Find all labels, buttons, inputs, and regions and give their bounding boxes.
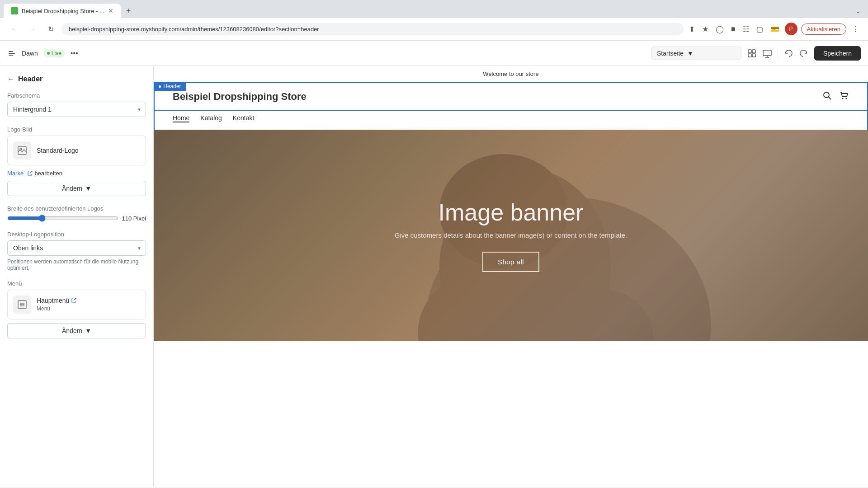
bookmark-icon[interactable]: ★ <box>700 23 710 35</box>
slider-container: 110 Pixel <box>7 215 146 222</box>
bearbeiten-label: bearbeiten <box>35 170 62 177</box>
share-icon[interactable]: ⬆ <box>687 23 697 35</box>
screenshot-icon[interactable]: ▢ <box>755 23 765 35</box>
announcement-bar: Welcome to our store <box>154 66 868 82</box>
page-select[interactable]: Startseite ▼ <box>651 47 741 60</box>
svg-rect-1 <box>9 51 13 52</box>
logo-width-value: 110 Pixel <box>122 215 146 222</box>
preview-inner[interactable]: Welcome to our store ● Header Beispiel D… <box>154 66 868 487</box>
address-input[interactable] <box>61 23 684 35</box>
wallet-icon[interactable]: 💳 <box>769 23 781 35</box>
logo-icon <box>13 141 31 160</box>
shopify-editor: Dawn Live ••• Startseite ▼ <box>0 41 868 487</box>
forward-nav-btn[interactable]: → <box>25 22 40 36</box>
profile-btn[interactable]: P <box>785 23 797 35</box>
back-icon-btn[interactable] <box>7 49 16 58</box>
grid-view-icon[interactable] <box>747 48 757 58</box>
sidebar-back-btn[interactable]: ← <box>7 75 14 83</box>
redo-btn[interactable] <box>799 48 809 58</box>
more-options-btn[interactable]: ••• <box>71 49 78 57</box>
menu-aendern-label: Ändern <box>62 327 82 334</box>
page-select-value: Startseite <box>657 50 684 57</box>
menu-nav-icon <box>17 300 27 310</box>
tab-close-btn[interactable]: ✕ <box>108 7 113 14</box>
opera-icon[interactable]: ◯ <box>714 23 726 35</box>
tab-favicon <box>11 7 18 14</box>
undo-icon <box>783 48 793 58</box>
svg-rect-5 <box>748 54 751 57</box>
svg-line-17 <box>829 97 831 99</box>
toolbar-right: Speichern <box>747 46 861 61</box>
back-nav-btn[interactable]: ← <box>7 22 22 36</box>
brand-link[interactable]: Marke <box>7 170 33 177</box>
live-badge: Live <box>43 49 65 57</box>
logo-position-select[interactable]: Oben links <box>7 240 146 256</box>
tab-bar: Beispiel Dropshipping Store - ... ✕ + ⌄ <box>0 0 868 18</box>
desktop-view-icon[interactable] <box>762 48 772 58</box>
header-section: ● Header Beispiel Dropshipping Store <box>154 82 868 130</box>
sidebar-header: ← Header <box>7 75 146 83</box>
active-tab[interactable]: Beispiel Dropshipping Store - ... ✕ <box>4 4 121 18</box>
menu-label: Menü <box>7 280 146 287</box>
svg-rect-7 <box>763 50 771 56</box>
banner-title: Image banner <box>395 199 627 226</box>
header-icon: ● <box>158 83 161 89</box>
extension-icon[interactable]: ■ <box>729 23 737 35</box>
nav-item-katalog[interactable]: Katalog <box>200 114 222 122</box>
cart-header-btn[interactable] <box>839 90 849 103</box>
address-bar: ← → ↻ ⬆ ★ ◯ ■ ☷ ▢ 💳 P Aktualisieren ⋮ <box>0 18 868 40</box>
nav-item-kontakt[interactable]: Kontakt <box>233 114 254 122</box>
menu-chevron-icon: ▼ <box>85 327 91 334</box>
preview-frame: Welcome to our store ● Header Beispiel D… <box>154 66 868 487</box>
nav-item-home[interactable]: Home <box>173 114 189 122</box>
menu-info: Hauptmenü Menü <box>37 297 76 312</box>
header-label-text: Header <box>163 83 181 89</box>
color-scheme-select[interactable]: Hintergrund 1 <box>7 102 146 117</box>
update-btn[interactable]: Aktualisieren <box>801 23 846 35</box>
browser-actions: ⬆ ★ ◯ ■ ☷ ▢ 💳 P Aktualisieren ⋮ <box>687 23 861 35</box>
apps-icon[interactable]: ☷ <box>741 23 751 35</box>
logo-bild-label: Logo-Bild <box>7 126 146 133</box>
color-scheme-label: Farbschema <box>7 92 146 99</box>
toolbar: Dawn Live ••• Startseite ▼ <box>0 41 868 66</box>
menu-icon <box>13 296 31 314</box>
main-area: ← Header Farbschema Hintergrund 1 Logo-B… <box>0 66 868 487</box>
color-scheme-group: Farbschema Hintergrund 1 <box>7 92 146 117</box>
live-label: Live <box>52 50 61 56</box>
banner-subtitle: Give customers details about the banner … <box>395 231 627 239</box>
logo-width-slider[interactable] <box>7 215 118 222</box>
new-tab-btn[interactable]: + <box>123 5 135 18</box>
svg-point-18 <box>842 98 844 99</box>
search-icon <box>822 90 832 100</box>
reload-btn[interactable]: ↻ <box>43 22 58 36</box>
store-header: Beispiel Dropshipping Store <box>154 82 868 111</box>
logo-bild-group: Logo-Bild Standard-Logo Marke <box>7 126 146 196</box>
menu-name-label: Hauptmenü <box>37 297 69 304</box>
brand-link-text: Marke <box>7 170 24 177</box>
save-btn[interactable]: Speichern <box>814 46 861 61</box>
menu-name-row: Hauptmenü <box>37 297 76 304</box>
logo-standard-label: Standard-Logo <box>37 147 79 154</box>
chevron-down-icon: ▼ <box>85 185 91 192</box>
menu-dots-icon[interactable]: ⋮ <box>850 23 861 35</box>
tab-overflow-btn[interactable]: ⌄ <box>852 5 864 16</box>
logo-aendern-btn[interactable]: Ändern ▼ <box>7 181 146 196</box>
svg-rect-6 <box>752 54 755 57</box>
store-header-actions <box>822 90 849 103</box>
logo-width-group: Breite des benutzerdefinierten Logos 110… <box>7 205 146 222</box>
search-header-btn[interactable] <box>822 90 832 103</box>
banner-section: Image banner Give customers details abou… <box>154 130 868 341</box>
undo-btn[interactable] <box>783 48 793 58</box>
shop-all-btn[interactable]: Shop all <box>482 252 539 272</box>
svg-point-16 <box>824 92 829 98</box>
sidebar-title: Header <box>18 75 42 83</box>
brand-link-row: Marke bearbeiten <box>7 169 146 177</box>
live-dot <box>47 52 50 55</box>
logo-position-label: Desktop-Logoposition <box>7 231 146 238</box>
menu-type-label: Menü <box>37 305 50 312</box>
toolbar-left: Dawn Live ••• <box>7 49 646 58</box>
page-select-chevron: ▼ <box>687 50 693 57</box>
cart-icon <box>839 90 849 100</box>
toolbar-divider <box>778 48 778 59</box>
menu-aendern-btn[interactable]: Ändern ▼ <box>7 323 146 338</box>
